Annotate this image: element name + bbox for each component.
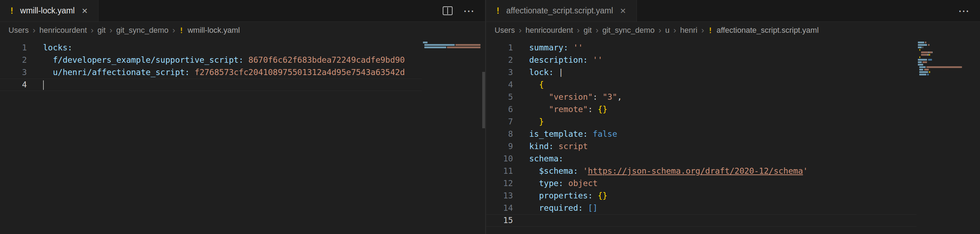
code-line[interactable]: 2description: '' bbox=[486, 54, 916, 66]
editor-right[interactable]: 1summary: ''2description: ''3lock: |4 {5… bbox=[486, 39, 980, 234]
split-editor-icon[interactable] bbox=[443, 6, 453, 15]
minimap-right[interactable] bbox=[918, 41, 978, 79]
code-text: type: object bbox=[513, 177, 598, 190]
minimap-mark bbox=[919, 49, 920, 51]
token-pl bbox=[529, 166, 539, 176]
line-number: 1 bbox=[486, 41, 513, 54]
code-line[interactable]: 15 bbox=[486, 214, 916, 227]
chevron-right-icon: › bbox=[519, 25, 522, 35]
code-line[interactable]: 9kind: script bbox=[486, 140, 916, 153]
token-str: ' bbox=[583, 166, 588, 176]
code-line[interactable]: 7 } bbox=[486, 115, 916, 128]
line-number: 7 bbox=[486, 115, 513, 128]
minimap-mark bbox=[927, 74, 929, 76]
breadcrumb-file[interactable]: wmill-lock.yaml bbox=[188, 26, 240, 35]
more-actions-icon[interactable]: ⋯ bbox=[463, 4, 475, 17]
tab-label: affectionate_script.script.yaml bbox=[506, 6, 613, 16]
code-line[interactable]: 2 f/developers_example/supportive_script… bbox=[0, 54, 422, 66]
line-number: 8 bbox=[486, 128, 513, 140]
line-number: 6 bbox=[486, 103, 513, 115]
code-line[interactable]: 8is_template: false bbox=[486, 128, 916, 140]
code-line[interactable]: 1locks: bbox=[0, 41, 422, 54]
token-pl bbox=[568, 43, 573, 52]
line-number: 2 bbox=[486, 54, 513, 66]
token-key: summary: bbox=[529, 43, 568, 52]
code-text: { bbox=[513, 79, 544, 91]
breadcrumb-item[interactable]: henricourdent bbox=[39, 26, 87, 35]
scrollbar-slider[interactable] bbox=[482, 72, 485, 128]
line-number: 3 bbox=[486, 66, 513, 79]
breadcrumb-item[interactable]: henricourdent bbox=[525, 26, 573, 35]
token-key: u/henri/affectionate_script: bbox=[53, 68, 190, 77]
minimap-line bbox=[423, 44, 484, 46]
minimap-mark bbox=[919, 74, 926, 76]
chevron-right-icon: › bbox=[577, 25, 580, 35]
line-number: 15 bbox=[486, 214, 513, 227]
chevron-right-icon: › bbox=[172, 25, 175, 35]
minimap-mark bbox=[928, 59, 932, 61]
code-line[interactable]: 11 $schema: 'https://json-schema.org/dra… bbox=[486, 165, 916, 177]
minimap-line bbox=[918, 74, 978, 76]
code-area-left: 1locks:2 f/developers_example/supportive… bbox=[0, 39, 422, 234]
code-line[interactable]: 4 bbox=[0, 79, 422, 91]
code-line[interactable]: 4 { bbox=[486, 79, 916, 91]
token-br1: { bbox=[539, 80, 544, 89]
breadcrumb-item[interactable]: u bbox=[665, 26, 669, 35]
breadcrumb-file[interactable]: affectionate_script.script.yaml bbox=[717, 26, 819, 35]
code-line[interactable]: 3 u/henri/affectionate_script: f2768573c… bbox=[0, 66, 422, 79]
token-pl bbox=[529, 92, 549, 101]
minimap-mark bbox=[424, 46, 446, 48]
token-pl: : bbox=[588, 105, 598, 114]
close-icon[interactable]: × bbox=[81, 5, 89, 17]
line-number: 5 bbox=[486, 91, 513, 103]
token-pl bbox=[563, 179, 568, 188]
tab-bar-left: ! wmill-lock.yaml × ⋯ bbox=[0, 0, 485, 22]
minimap-mark bbox=[923, 61, 927, 63]
minimap-mark bbox=[929, 71, 930, 73]
minimap-mark bbox=[923, 46, 923, 48]
code-line[interactable]: 14 required: [] bbox=[486, 202, 916, 214]
chevron-right-icon: › bbox=[701, 25, 704, 35]
code-line[interactable]: 6 "remote": {} bbox=[486, 103, 916, 115]
close-icon[interactable]: × bbox=[619, 5, 627, 17]
code-line[interactable]: 1summary: '' bbox=[486, 41, 916, 54]
minimap-mark bbox=[424, 44, 455, 46]
minimap-left[interactable] bbox=[423, 41, 484, 51]
token-str: "3" bbox=[603, 92, 617, 101]
breadcrumb-item[interactable]: Users bbox=[8, 26, 29, 35]
code-line[interactable]: 5 "version": "3", bbox=[486, 91, 916, 103]
more-actions-icon[interactable]: ⋯ bbox=[958, 4, 970, 17]
code-line[interactable]: 13 properties: {} bbox=[486, 190, 916, 202]
breadcrumb-item[interactable]: git_sync_demo bbox=[116, 26, 169, 35]
token-str: "remote" bbox=[549, 105, 588, 114]
token-pl bbox=[588, 55, 593, 65]
minimap-mark bbox=[447, 46, 480, 48]
editor-left[interactable]: 1locks:2 f/developers_example/supportive… bbox=[0, 39, 485, 234]
tab-affectionate-script[interactable]: ! affectionate_script.script.yaml × bbox=[486, 0, 637, 22]
code-text: locks: bbox=[27, 41, 72, 54]
code-text: required: [] bbox=[513, 202, 598, 214]
code-area-right: 1summary: ''2description: ''3lock: |4 {5… bbox=[486, 39, 916, 234]
breadcrumb-item[interactable]: git bbox=[97, 26, 105, 35]
code-line[interactable]: 3lock: | bbox=[486, 66, 916, 79]
minimap-line bbox=[918, 49, 978, 51]
code-line[interactable]: 12 type: object bbox=[486, 177, 916, 190]
breadcrumb-item[interactable]: henri bbox=[680, 26, 697, 35]
minimap-mark bbox=[919, 69, 923, 71]
line-number: 14 bbox=[486, 202, 513, 214]
token-pl bbox=[529, 105, 549, 114]
breadcrumb-item[interactable]: git_sync_demo bbox=[602, 26, 654, 35]
tab-bar-right: ! affectionate_script.script.yaml × ⋯ bbox=[486, 0, 980, 22]
editor-group-right: ! affectionate_script.script.yaml × ⋯ Us… bbox=[486, 0, 980, 234]
token-key: is_template: bbox=[529, 129, 588, 139]
token-key: description: bbox=[529, 55, 588, 65]
chevron-right-icon: › bbox=[91, 25, 94, 35]
breadcrumb-item[interactable]: Users bbox=[495, 26, 515, 35]
code-line[interactable]: 10schema: bbox=[486, 153, 916, 165]
code-text: $schema: 'https://json-schema.org/draft/… bbox=[513, 165, 808, 177]
minimap-mark bbox=[932, 51, 933, 53]
token-str: script bbox=[558, 142, 588, 151]
tab-wmill-lock[interactable]: ! wmill-lock.yaml × bbox=[0, 0, 99, 22]
minimap-mark bbox=[918, 61, 922, 63]
breadcrumb-item[interactable]: git bbox=[584, 26, 592, 35]
